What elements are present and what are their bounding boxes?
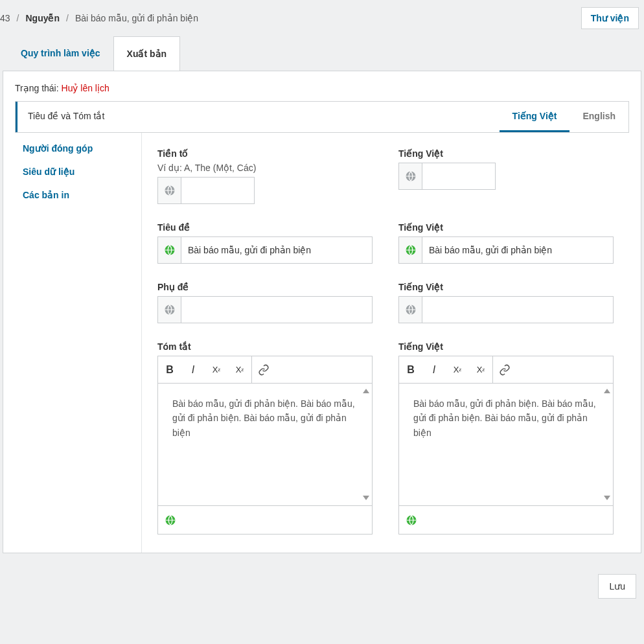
editor-toolbar: B I Xz Xz: [158, 356, 372, 384]
abstract-label-right: Tiếng Việt: [398, 341, 614, 352]
abstract-editor-right: B I Xz Xz Bài báo mẫu, gửi đi phản biện.…: [398, 356, 614, 535]
globe-icon: [158, 237, 181, 263]
scroll-down-icon[interactable]: [604, 496, 610, 500]
library-button[interactable]: Thư viện: [581, 7, 639, 29]
status-label: Trạng thái:: [15, 83, 59, 93]
tab-publication[interactable]: Xuất bản: [113, 36, 181, 71]
prefix-input-wrap-right: [398, 163, 496, 190]
breadcrumb-sep: /: [66, 13, 69, 23]
status-value[interactable]: Huỷ lên lịch: [62, 83, 109, 93]
subtitle-input-right[interactable]: [422, 297, 613, 323]
form-area: Tiền tố Ví dụ: A, The (Một, Các) Tiếng V…: [142, 133, 629, 553]
globe-icon: [158, 297, 181, 323]
globe-icon: [399, 163, 422, 189]
title-label: Tiêu đề: [157, 222, 373, 233]
scroll-down-icon[interactable]: [363, 496, 369, 500]
subtitle-input-wrap: [157, 296, 373, 323]
subtitle-label-right: Tiếng Việt: [398, 282, 614, 292]
content-panel: Trạng thái: Huỷ lên lịch Tiêu đề và Tóm …: [3, 71, 641, 553]
prefix-input-right[interactable]: [422, 163, 495, 189]
title-label-right: Tiếng Việt: [398, 222, 614, 233]
superscript-button[interactable]: Xz: [205, 356, 228, 384]
section-tabs: Tiêu đề và Tóm tắt Tiếng Việt English: [15, 101, 629, 133]
main-tabs: Quy trình làm việc Xuất bản: [8, 36, 636, 71]
abstract-label: Tóm tắt: [157, 341, 373, 352]
breadcrumb-id: 43: [0, 13, 10, 23]
italic-button[interactable]: I: [181, 356, 205, 384]
status-row: Trạng thái: Huỷ lên lịch: [15, 83, 629, 93]
nav-galleys[interactable]: Các bản in: [23, 190, 133, 200]
title-input-wrap: [157, 236, 373, 264]
nav-contributors[interactable]: Người đóng góp: [23, 143, 133, 154]
editor-footer: [158, 505, 372, 534]
scroll-up-icon[interactable]: [604, 389, 610, 393]
breadcrumb: 43 / Nguyễn / Bài báo mẫu, gửi đi phản b…: [0, 13, 198, 23]
breadcrumb-sep: /: [17, 13, 19, 23]
editor-footer: [399, 505, 613, 534]
breadcrumb-title: Bài báo mẫu, gửi đi phản biện: [75, 13, 198, 23]
section-tab-title-abstract[interactable]: Tiêu đề và Tóm tắt: [16, 102, 500, 132]
bold-button[interactable]: B: [158, 356, 181, 384]
italic-button[interactable]: I: [422, 356, 446, 384]
scrollbar[interactable]: [363, 389, 370, 500]
tab-workflow[interactable]: Quy trình làm việc: [8, 36, 113, 71]
breadcrumb-author[interactable]: Nguyễn: [25, 13, 60, 23]
link-button[interactable]: [493, 356, 516, 384]
editor-toolbar: B I Xz Xz: [399, 356, 613, 384]
subscript-button[interactable]: Xz: [469, 356, 492, 384]
abstract-editor: B I Xz Xz Bài báo mẫu, gửi đi phản biện.…: [157, 356, 373, 535]
globe-icon: [399, 237, 422, 263]
globe-icon: [399, 297, 422, 323]
prefix-label-right: Tiếng Việt: [398, 148, 614, 159]
superscript-button[interactable]: Xz: [446, 356, 469, 384]
language-tab-english[interactable]: English: [569, 102, 628, 132]
abstract-textarea[interactable]: Bài báo mẫu, gửi đi phản biện. Bài báo m…: [158, 384, 372, 505]
nav-metadata[interactable]: Siêu dữ liệu: [23, 167, 133, 177]
subtitle-input-wrap-right: [398, 296, 614, 323]
subtitle-label: Phụ đề: [157, 282, 373, 292]
topbar: 43 / Nguyễn / Bài báo mẫu, gửi đi phản b…: [0, 0, 644, 36]
save-button[interactable]: Lưu: [598, 574, 636, 599]
prefix-label: Tiền tố: [157, 148, 373, 159]
scrollbar[interactable]: [604, 389, 611, 500]
bold-button[interactable]: B: [399, 356, 422, 384]
prefix-input-wrap: [157, 177, 255, 204]
link-button[interactable]: [252, 356, 275, 384]
globe-icon: [158, 178, 181, 203]
scroll-up-icon[interactable]: [363, 389, 369, 393]
language-tab-vietnamese[interactable]: Tiếng Việt: [500, 102, 570, 132]
prefix-help: Ví dụ: A, The (Một, Các): [157, 163, 373, 173]
title-input[interactable]: [181, 237, 372, 263]
abstract-textarea-right[interactable]: Bài báo mẫu, gửi đi phản biện. Bài báo m…: [399, 384, 613, 505]
subtitle-input[interactable]: [181, 297, 372, 323]
title-input-right[interactable]: [422, 237, 613, 263]
title-input-wrap-right: [398, 236, 614, 264]
subscript-button[interactable]: Xz: [228, 356, 251, 384]
side-nav: Người đóng góp Siêu dữ liệu Các bản in: [15, 133, 142, 553]
prefix-input[interactable]: [181, 178, 254, 203]
